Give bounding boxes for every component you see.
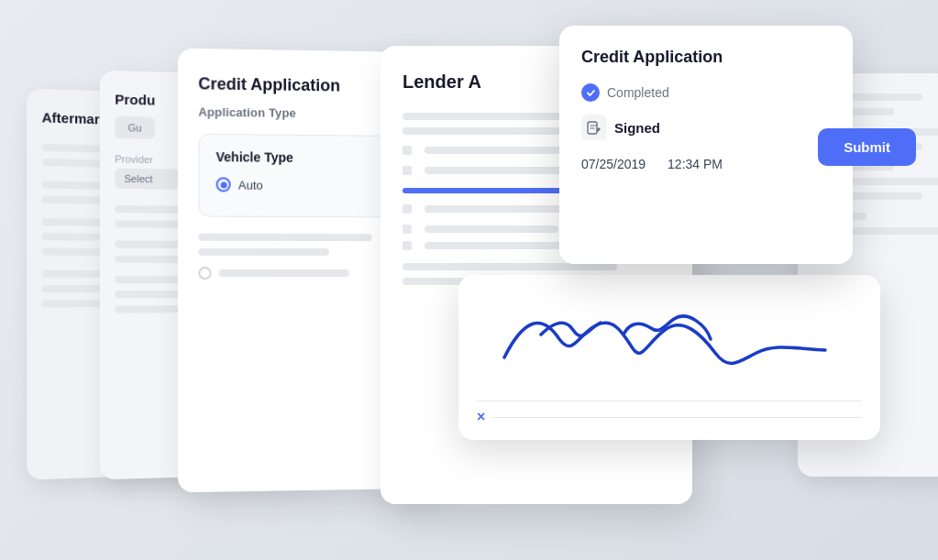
placeholder-bar: [219, 269, 349, 277]
signed-icon: [581, 115, 607, 140]
auto-radio-row[interactable]: Auto: [216, 177, 398, 192]
time-value: 12:34 PM: [668, 157, 723, 171]
radio-dot: [220, 181, 226, 188]
square-placeholder: [403, 166, 412, 175]
completed-status: Completed: [607, 85, 669, 100]
square-placeholder: [403, 225, 412, 234]
placeholder-bar: [42, 270, 105, 278]
placeholder-bar: [198, 248, 328, 256]
square-placeholder: [403, 146, 412, 155]
placeholder-bar: [403, 127, 563, 135]
placeholder-bar: [403, 263, 617, 270]
guide-button[interactable]: Gu: [115, 116, 154, 139]
signed-row: Signed: [581, 115, 831, 140]
datetime-row: 07/25/2019 12:34 PM: [581, 157, 831, 171]
credit-app-popup: Credit Application Completed Signed 07/2…: [559, 26, 853, 264]
placeholder-bar: [425, 167, 572, 174]
date-value: 07/25/2019: [581, 157, 646, 171]
popup-title: Credit Application: [581, 48, 831, 67]
signature-card: ×: [458, 275, 880, 440]
select-dropdown[interactable]: Select: [115, 168, 180, 189]
square-placeholder: [403, 241, 412, 250]
radio-auto[interactable]: [216, 177, 231, 192]
status-row: Completed: [581, 83, 831, 102]
radio-empty: [198, 267, 211, 280]
auto-label: Auto: [238, 178, 263, 192]
completed-check-icon: [581, 83, 600, 102]
signature-drawing: [468, 284, 853, 403]
placeholder-bar: [198, 234, 371, 241]
square-placeholder: [403, 204, 412, 214]
signed-label: Signed: [614, 120, 660, 136]
vehicle-type-title: Vehicle Type: [216, 149, 398, 166]
placeholder-bar: [425, 225, 558, 233]
x-mark: ×: [477, 409, 485, 425]
signature-line: ×: [477, 401, 862, 425]
submit-button[interactable]: Submit: [818, 128, 916, 166]
